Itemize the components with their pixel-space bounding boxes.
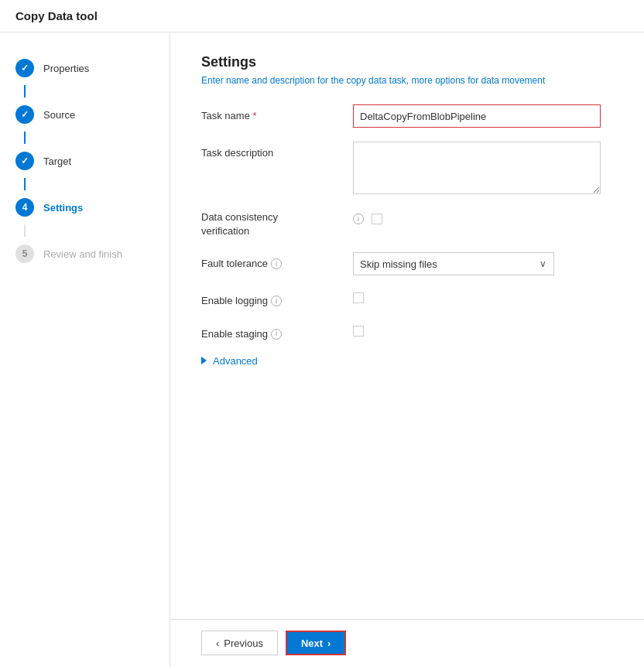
- next-icon: ›: [327, 638, 331, 649]
- checkmark-source: ✓: [21, 109, 29, 120]
- advanced-triangle-icon: [201, 357, 207, 364]
- enable-staging-row: Enable staging i: [201, 323, 613, 341]
- enable-logging-label: Enable logging i: [201, 289, 341, 308]
- task-name-input[interactable]: [353, 104, 601, 128]
- step-circle-source: ✓: [15, 105, 34, 124]
- step-label-settings: Settings: [43, 202, 83, 214]
- data-consistency-info-icon[interactable]: i: [353, 214, 364, 224]
- enable-logging-control: [353, 289, 364, 303]
- task-name-control: [353, 104, 613, 128]
- enable-staging-control: [353, 323, 364, 337]
- step-label-source: Source: [43, 109, 75, 121]
- sidebar-item-target[interactable]: ✓ Target: [0, 144, 170, 178]
- sidebar-item-source[interactable]: ✓ Source: [0, 97, 170, 132]
- sidebar-item-review[interactable]: 5 Review and finish: [0, 237, 170, 271]
- connector-2: [24, 132, 26, 144]
- main-content: Settings Enter name and description for …: [170, 32, 644, 666]
- data-consistency-row: Data consistency verification i: [201, 210, 613, 238]
- connector-4: [24, 224, 26, 237]
- enable-logging-checkbox[interactable]: [353, 292, 364, 303]
- main-layout: ✓ Properties ✓ Source ✓ Target 4 Setting: [0, 32, 644, 666]
- task-name-label: Task name *: [201, 104, 341, 123]
- connector-1: [24, 85, 26, 97]
- advanced-label: Advanced: [213, 355, 258, 367]
- enable-staging-checkbox[interactable]: [353, 326, 364, 337]
- step-label-target: Target: [43, 156, 71, 167]
- data-consistency-checkbox[interactable]: [372, 214, 382, 224]
- enable-staging-info-icon[interactable]: i: [271, 329, 282, 340]
- section-subtitle: Enter name and description for the copy …: [201, 75, 613, 86]
- fault-tolerance-row: Fault tolerance i Skip missing files Fai…: [201, 252, 613, 275]
- data-consistency-control: i: [353, 210, 382, 224]
- next-button[interactable]: Next ›: [286, 631, 347, 655]
- advanced-row[interactable]: Advanced: [201, 355, 613, 367]
- fault-tolerance-select-wrapper: Skip missing files Fail on missing files…: [353, 252, 554, 275]
- task-name-required: *: [253, 110, 257, 121]
- footer: ‹ Previous Next ›: [170, 619, 644, 666]
- previous-icon: ‹: [216, 638, 219, 649]
- app-header: Copy Data tool: [0, 0, 644, 32]
- fault-tolerance-info-icon[interactable]: i: [271, 258, 282, 269]
- enable-logging-info-icon[interactable]: i: [271, 296, 282, 306]
- step-circle-review: 5: [15, 244, 34, 263]
- step-label-properties: Properties: [43, 63, 89, 74]
- sidebar-item-properties[interactable]: ✓ Properties: [0, 51, 170, 85]
- checkmark-properties: ✓: [21, 63, 29, 73]
- content-area: Settings Enter name and description for …: [170, 32, 644, 619]
- next-label: Next: [301, 638, 323, 649]
- data-consistency-label: Data consistency verification: [201, 210, 341, 238]
- fault-tolerance-control: Skip missing files Fail on missing files…: [353, 252, 613, 275]
- step-number-review: 5: [22, 248, 28, 259]
- connector-3: [24, 178, 26, 190]
- previous-button[interactable]: ‹ Previous: [201, 631, 278, 655]
- checkmark-target: ✓: [21, 156, 29, 166]
- task-description-label: Task description: [201, 142, 341, 160]
- section-title: Settings: [201, 54, 613, 70]
- task-description-row: Task description: [201, 142, 613, 197]
- step-circle-properties: ✓: [15, 59, 34, 77]
- step-circle-settings: 4: [15, 198, 34, 217]
- app-title: Copy Data tool: [15, 9, 98, 22]
- enable-logging-row: Enable logging i: [201, 289, 613, 308]
- task-description-control: [353, 142, 613, 197]
- sidebar-item-settings[interactable]: 4 Settings: [0, 190, 170, 224]
- sidebar: ✓ Properties ✓ Source ✓ Target 4 Setting: [0, 32, 170, 666]
- previous-label: Previous: [224, 638, 263, 649]
- task-name-row: Task name *: [201, 104, 613, 128]
- enable-staging-label: Enable staging i: [201, 323, 341, 341]
- step-label-review: Review and finish: [43, 248, 122, 260]
- fault-tolerance-select[interactable]: Skip missing files Fail on missing files…: [353, 252, 554, 275]
- task-description-input[interactable]: [353, 142, 601, 194]
- fault-tolerance-label: Fault tolerance i: [201, 252, 341, 271]
- step-number-settings: 4: [22, 202, 28, 213]
- step-circle-target: ✓: [15, 152, 34, 170]
